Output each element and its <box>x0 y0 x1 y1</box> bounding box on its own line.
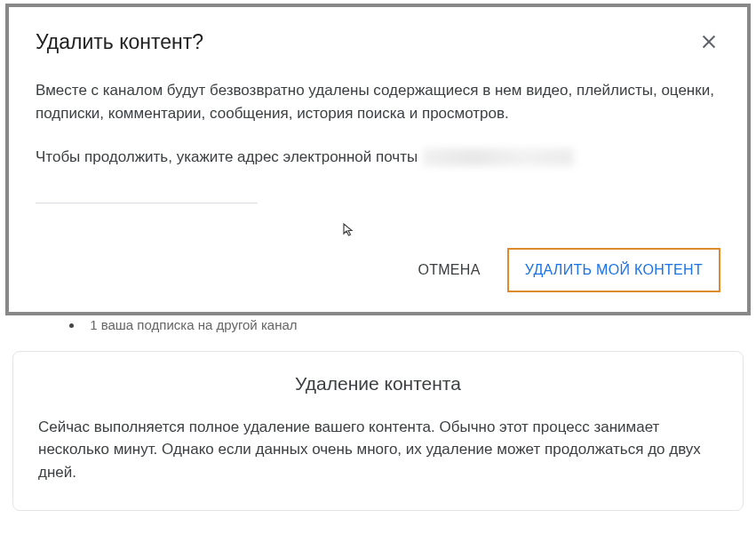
dialog-body: Вместе с каналом будут безвозвратно удал… <box>36 79 720 203</box>
dialog-header: Удалить контент? <box>36 30 720 56</box>
bullet-icon <box>69 323 74 328</box>
cancel-button[interactable]: ОТМЕНА <box>405 253 492 287</box>
dialog-body-text-1: Вместе с каналом будут безвозвратно удал… <box>36 79 720 124</box>
dialog-body-text-2: Чтобы продолжить, укажите адрес электрон… <box>36 146 720 169</box>
info-card-title: Удаление контента <box>38 373 718 395</box>
dialog-actions: ОТМЕНА УДАЛИТЬ МОЙ КОНТЕНТ <box>36 248 720 292</box>
background-list-item: 1 ваша подписка на другой канал <box>7 319 749 335</box>
cursor-pointer-icon <box>342 223 356 241</box>
info-card-body: Сейчас выполняется полное удаление вашег… <box>38 416 718 484</box>
email-input-underline[interactable] <box>36 203 258 203</box>
email-prompt-text: Чтобы продолжить, укажите адрес электрон… <box>36 146 418 169</box>
background-list-text: 1 ваша подписка на другой канал <box>90 319 297 332</box>
close-icon <box>699 32 719 54</box>
redacted-email <box>423 148 574 166</box>
delete-my-content-button[interactable]: УДАЛИТЬ МОЙ КОНТЕНТ <box>507 248 720 292</box>
dialog-title: Удалить контент? <box>36 30 203 54</box>
delete-content-dialog: Удалить контент? Вместе с каналом будут … <box>5 4 751 315</box>
close-button[interactable] <box>697 30 720 56</box>
deletion-progress-card: Удаление контента Сейчас выполняется пол… <box>12 351 744 512</box>
